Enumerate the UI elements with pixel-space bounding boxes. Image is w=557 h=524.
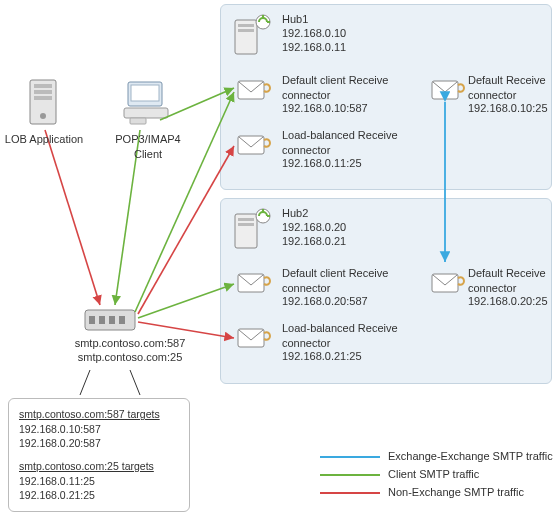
targets-25-2: 192.168.0.21:25 bbox=[19, 488, 179, 503]
switch-label1: smtp.contoso.com:587 bbox=[65, 336, 195, 351]
hub1-name: Hub1 bbox=[282, 12, 308, 27]
hub2-ip2: 192.168.0.21 bbox=[282, 234, 346, 249]
hub1-lb-conn-name: Load-balanced Receive connector bbox=[282, 128, 412, 158]
svg-rect-11 bbox=[99, 316, 105, 324]
conn-icon-h1d bbox=[432, 81, 464, 99]
svg-rect-3 bbox=[34, 96, 52, 100]
conn-icon-h2l bbox=[238, 329, 270, 347]
targets-25-header: smtp.contoso.com:25 targets bbox=[19, 459, 179, 474]
hub1-server-icon bbox=[235, 15, 270, 54]
hub2-def-conn-name: Default Receive connector bbox=[468, 266, 550, 296]
targets-25-1: 192.168.0.11:25 bbox=[19, 474, 179, 489]
hub2-client-conn-addr: 192.168.0.20:587 bbox=[282, 294, 368, 309]
hub1-ip2: 192.168.0.11 bbox=[282, 40, 346, 55]
pop-client-icon bbox=[124, 82, 168, 124]
svg-rect-6 bbox=[131, 85, 159, 101]
svg-rect-12 bbox=[109, 316, 115, 324]
hub2-server-icon bbox=[235, 209, 270, 248]
targets-587-1: 192.168.0.10:587 bbox=[19, 422, 179, 437]
svg-point-4 bbox=[40, 113, 46, 119]
hub1-client-conn-addr: 192.168.0.10:587 bbox=[282, 101, 368, 116]
hub1-def-conn-name: Default Receive connector bbox=[468, 73, 550, 103]
pop-client-label: POP3/IMAP4 Client bbox=[113, 132, 183, 162]
svg-rect-15 bbox=[238, 24, 254, 27]
hub2-def-conn-addr: 192.168.0.20:25 bbox=[468, 294, 548, 309]
svg-rect-10 bbox=[89, 316, 95, 324]
svg-rect-19 bbox=[238, 218, 254, 221]
switch-targets-bracket bbox=[80, 370, 140, 395]
conn-icon-h2d bbox=[432, 274, 464, 292]
switch-icon bbox=[85, 310, 135, 330]
svg-rect-24 bbox=[432, 81, 458, 99]
targets-box: smtp.contoso.com:587 targets 192.168.0.1… bbox=[8, 398, 190, 512]
svg-rect-26 bbox=[238, 329, 264, 347]
svg-rect-2 bbox=[34, 90, 52, 94]
hub2-lb-conn-addr: 192.168.0.21:25 bbox=[282, 349, 362, 364]
lob-app-icon bbox=[30, 80, 56, 124]
svg-rect-7 bbox=[124, 108, 168, 118]
conn-icon-h1l bbox=[238, 136, 270, 154]
edge-lob-sw bbox=[45, 130, 100, 305]
hub1-lb-conn-addr: 192.168.0.11:25 bbox=[282, 156, 362, 171]
svg-rect-16 bbox=[238, 29, 254, 32]
svg-rect-13 bbox=[119, 316, 125, 324]
targets-587-2: 192.168.0.20:587 bbox=[19, 436, 179, 451]
svg-rect-25 bbox=[238, 274, 264, 292]
hub1-def-conn-addr: 192.168.0.10:25 bbox=[468, 101, 548, 116]
hub2-ip1: 192.168.0.20 bbox=[282, 220, 346, 235]
svg-rect-27 bbox=[432, 274, 458, 292]
svg-rect-22 bbox=[238, 81, 264, 99]
svg-rect-1 bbox=[34, 84, 52, 88]
hub2-name: Hub2 bbox=[282, 206, 308, 221]
conn-icon-h1c bbox=[238, 81, 270, 99]
targets-587-header: smtp.contoso.com:587 targets bbox=[19, 407, 179, 422]
legend-client: Client SMTP traffic bbox=[388, 468, 479, 480]
hub2-lb-conn-name: Load-balanced Receive connector bbox=[282, 321, 412, 351]
diagram-stage: LOB Application POP3/IMAP4 Client smtp.c… bbox=[0, 0, 557, 524]
svg-rect-20 bbox=[238, 223, 254, 226]
svg-rect-8 bbox=[130, 118, 146, 124]
conn-icon-h2c bbox=[238, 274, 270, 292]
hub2-client-conn-name: Default client Receive connector bbox=[282, 266, 412, 296]
lob-app-label: LOB Application bbox=[3, 132, 85, 147]
edge-sw-h1c bbox=[135, 92, 234, 312]
legend-nonex: Non-Exchange SMTP traffic bbox=[388, 486, 524, 498]
legend-exchange: Exchange-Exchange SMTP traffic bbox=[388, 450, 553, 462]
hub1-client-conn-name: Default client Receive connector bbox=[282, 73, 412, 103]
svg-rect-23 bbox=[238, 136, 264, 154]
switch-label2: smtp.contoso.com:25 bbox=[65, 350, 195, 365]
hub1-ip1: 192.168.0.10 bbox=[282, 26, 346, 41]
